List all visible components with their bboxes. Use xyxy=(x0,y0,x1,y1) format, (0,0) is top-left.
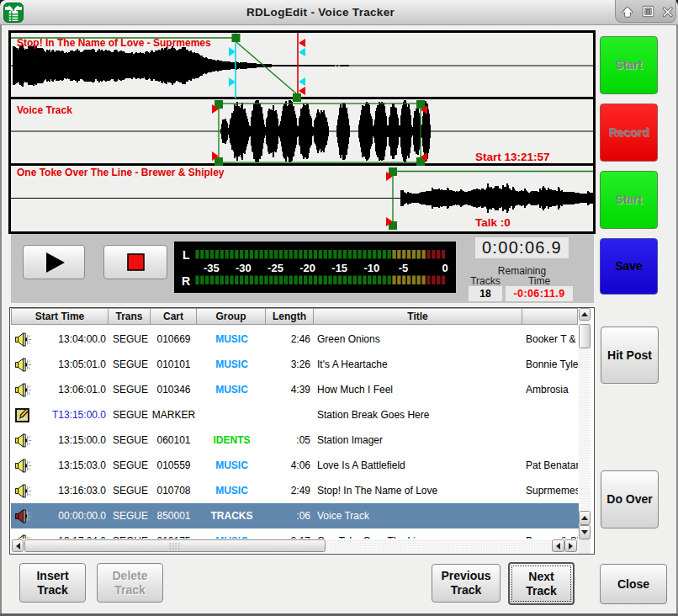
svg-text:-20: -20 xyxy=(299,262,315,274)
svg-text:-5: -5 xyxy=(399,262,409,274)
svg-text:-35: -35 xyxy=(204,262,220,274)
svg-text:R: R xyxy=(182,274,190,288)
svg-text:-25: -25 xyxy=(267,262,283,274)
svg-text:-15: -15 xyxy=(331,262,347,274)
svg-text:L: L xyxy=(183,248,190,262)
svg-text:0: 0 xyxy=(442,262,448,274)
svg-text:-30: -30 xyxy=(236,262,252,274)
svg-text:-10: -10 xyxy=(363,262,379,274)
